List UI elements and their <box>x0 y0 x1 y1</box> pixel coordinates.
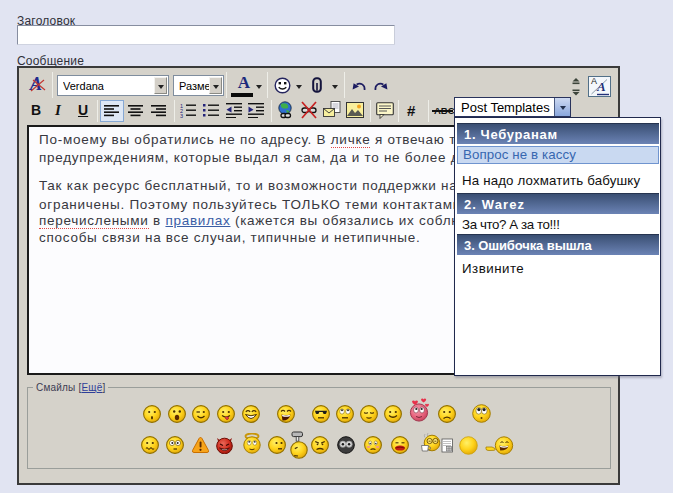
svg-text:3: 3 <box>180 113 183 118</box>
